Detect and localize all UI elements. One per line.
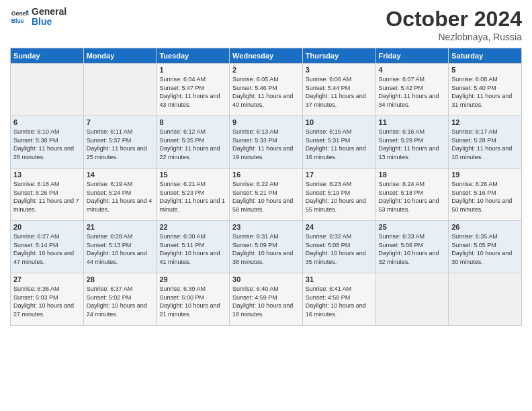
day-number: 22 bbox=[159, 223, 226, 231]
cell-info: Sunrise: 6:15 AM Sunset: 5:31 PM Dayligh… bbox=[306, 128, 373, 161]
day-number: 9 bbox=[232, 118, 300, 126]
calendar-cell: 29Sunrise: 6:39 AM Sunset: 5:00 PM Dayli… bbox=[157, 273, 230, 326]
day-number: 10 bbox=[306, 118, 373, 126]
weekday-header: Tuesday bbox=[157, 48, 230, 64]
calendar-cell: 22Sunrise: 6:30 AM Sunset: 5:11 PM Dayli… bbox=[157, 221, 230, 273]
calendar-cell: 2Sunrise: 6:05 AM Sunset: 5:46 PM Daylig… bbox=[230, 64, 303, 116]
calendar-cell: 31Sunrise: 6:41 AM Sunset: 4:58 PM Dayli… bbox=[302, 273, 375, 326]
day-number: 23 bbox=[232, 223, 300, 231]
day-number: 18 bbox=[379, 171, 446, 179]
cell-info: Sunrise: 6:13 AM Sunset: 5:33 PM Dayligh… bbox=[232, 128, 300, 161]
calendar-cell: 11Sunrise: 6:16 AM Sunset: 5:29 PM Dayli… bbox=[375, 116, 449, 169]
day-number: 27 bbox=[13, 275, 81, 283]
cell-info: Sunrise: 6:06 AM Sunset: 5:44 PM Dayligh… bbox=[306, 75, 373, 109]
cell-info: Sunrise: 6:40 AM Sunset: 4:59 PM Dayligh… bbox=[232, 285, 300, 318]
title-block: October 2024 Nezlobnaya, Russia bbox=[386, 7, 522, 42]
calendar-cell bbox=[11, 64, 84, 116]
calendar-cell: 4Sunrise: 6:07 AM Sunset: 5:42 PM Daylig… bbox=[375, 64, 449, 116]
page-container: General Blue General Blue October 2024 N… bbox=[0, 0, 532, 332]
day-number: 4 bbox=[379, 66, 446, 74]
cell-info: Sunrise: 6:11 AM Sunset: 5:37 PM Dayligh… bbox=[87, 128, 154, 161]
calendar-cell: 24Sunrise: 6:32 AM Sunset: 5:08 PM Dayli… bbox=[302, 221, 375, 273]
calendar-cell: 15Sunrise: 6:21 AM Sunset: 5:23 PM Dayli… bbox=[157, 169, 230, 221]
calendar-cell bbox=[449, 273, 522, 326]
calendar-table: SundayMondayTuesdayWednesdayThursdayFrid… bbox=[10, 48, 522, 326]
calendar-cell: 12Sunrise: 6:17 AM Sunset: 5:28 PM Dayli… bbox=[449, 116, 522, 169]
weekday-header: Wednesday bbox=[230, 48, 303, 64]
calendar-cell: 26Sunrise: 6:35 AM Sunset: 5:05 PM Dayli… bbox=[449, 221, 522, 273]
day-number: 1 bbox=[159, 66, 226, 74]
day-number: 26 bbox=[451, 223, 519, 231]
calendar-cell: 30Sunrise: 6:40 AM Sunset: 4:59 PM Dayli… bbox=[230, 273, 303, 326]
day-number: 31 bbox=[306, 275, 373, 283]
calendar-cell: 16Sunrise: 6:22 AM Sunset: 5:21 PM Dayli… bbox=[230, 169, 303, 221]
weekday-header: Friday bbox=[375, 48, 449, 64]
cell-info: Sunrise: 6:16 AM Sunset: 5:29 PM Dayligh… bbox=[379, 128, 446, 161]
calendar-cell: 21Sunrise: 6:28 AM Sunset: 5:13 PM Dayli… bbox=[83, 221, 157, 273]
day-number: 15 bbox=[159, 171, 226, 179]
cell-info: Sunrise: 6:18 AM Sunset: 5:26 PM Dayligh… bbox=[13, 180, 81, 214]
calendar-cell: 25Sunrise: 6:33 AM Sunset: 5:06 PM Dayli… bbox=[375, 221, 449, 273]
cell-info: Sunrise: 6:26 AM Sunset: 5:16 PM Dayligh… bbox=[451, 180, 519, 214]
cell-info: Sunrise: 6:27 AM Sunset: 5:14 PM Dayligh… bbox=[13, 232, 81, 266]
day-number: 8 bbox=[159, 118, 226, 126]
cell-info: Sunrise: 6:19 AM Sunset: 5:24 PM Dayligh… bbox=[87, 180, 154, 214]
day-number: 2 bbox=[232, 66, 300, 74]
weekday-header: Sunday bbox=[11, 48, 84, 64]
day-number: 29 bbox=[159, 275, 226, 283]
location: Nezlobnaya, Russia bbox=[386, 32, 522, 42]
cell-info: Sunrise: 6:12 AM Sunset: 5:35 PM Dayligh… bbox=[159, 128, 226, 161]
day-number: 12 bbox=[451, 118, 519, 126]
calendar-cell: 6Sunrise: 6:10 AM Sunset: 5:38 PM Daylig… bbox=[11, 116, 84, 169]
day-number: 6 bbox=[13, 118, 81, 126]
day-number: 5 bbox=[451, 66, 519, 74]
cell-info: Sunrise: 6:31 AM Sunset: 5:09 PM Dayligh… bbox=[232, 232, 300, 266]
day-number: 24 bbox=[306, 223, 373, 231]
cell-info: Sunrise: 6:28 AM Sunset: 5:13 PM Dayligh… bbox=[87, 232, 154, 266]
calendar-cell: 18Sunrise: 6:24 AM Sunset: 5:18 PM Dayli… bbox=[375, 169, 449, 221]
calendar-cell: 14Sunrise: 6:19 AM Sunset: 5:24 PM Dayli… bbox=[83, 169, 157, 221]
calendar-cell: 13Sunrise: 6:18 AM Sunset: 5:26 PM Dayli… bbox=[11, 169, 84, 221]
calendar-header-row: SundayMondayTuesdayWednesdayThursdayFrid… bbox=[11, 48, 522, 64]
cell-info: Sunrise: 6:21 AM Sunset: 5:23 PM Dayligh… bbox=[159, 180, 226, 214]
logo-general: General bbox=[32, 7, 66, 17]
cell-info: Sunrise: 6:24 AM Sunset: 5:18 PM Dayligh… bbox=[379, 180, 446, 214]
calendar-cell: 19Sunrise: 6:26 AM Sunset: 5:16 PM Dayli… bbox=[449, 169, 522, 221]
day-number: 20 bbox=[13, 223, 81, 231]
calendar-cell: 5Sunrise: 6:08 AM Sunset: 5:40 PM Daylig… bbox=[449, 64, 522, 116]
weekday-header: Saturday bbox=[449, 48, 522, 64]
calendar-week-row: 6Sunrise: 6:10 AM Sunset: 5:38 PM Daylig… bbox=[11, 116, 522, 169]
cell-info: Sunrise: 6:35 AM Sunset: 5:05 PM Dayligh… bbox=[451, 232, 519, 266]
logo-icon: General Blue bbox=[10, 7, 29, 26]
cell-info: Sunrise: 6:36 AM Sunset: 5:03 PM Dayligh… bbox=[13, 285, 81, 318]
cell-info: Sunrise: 6:05 AM Sunset: 5:46 PM Dayligh… bbox=[232, 75, 300, 109]
calendar-cell: 27Sunrise: 6:36 AM Sunset: 5:03 PM Dayli… bbox=[11, 273, 84, 326]
header: General Blue General Blue October 2024 N… bbox=[10, 7, 522, 42]
day-number: 11 bbox=[379, 118, 446, 126]
day-number: 16 bbox=[232, 171, 300, 179]
cell-info: Sunrise: 6:23 AM Sunset: 5:19 PM Dayligh… bbox=[306, 180, 373, 214]
svg-text:Blue: Blue bbox=[11, 17, 24, 24]
day-number: 25 bbox=[379, 223, 446, 231]
day-number: 3 bbox=[306, 66, 373, 74]
calendar-week-row: 27Sunrise: 6:36 AM Sunset: 5:03 PM Dayli… bbox=[11, 273, 522, 326]
calendar-cell: 28Sunrise: 6:37 AM Sunset: 5:02 PM Dayli… bbox=[83, 273, 157, 326]
cell-info: Sunrise: 6:08 AM Sunset: 5:40 PM Dayligh… bbox=[451, 75, 519, 109]
day-number: 13 bbox=[13, 171, 81, 179]
calendar-cell: 3Sunrise: 6:06 AM Sunset: 5:44 PM Daylig… bbox=[302, 64, 375, 116]
calendar-cell: 1Sunrise: 6:04 AM Sunset: 5:47 PM Daylig… bbox=[157, 64, 230, 116]
day-number: 17 bbox=[306, 171, 373, 179]
cell-info: Sunrise: 6:39 AM Sunset: 5:00 PM Dayligh… bbox=[159, 285, 226, 318]
day-number: 14 bbox=[87, 171, 154, 179]
calendar-cell: 10Sunrise: 6:15 AM Sunset: 5:31 PM Dayli… bbox=[302, 116, 375, 169]
day-number: 30 bbox=[232, 275, 300, 283]
day-number: 19 bbox=[451, 171, 519, 179]
day-number: 28 bbox=[87, 275, 154, 283]
calendar-cell: 7Sunrise: 6:11 AM Sunset: 5:37 PM Daylig… bbox=[83, 116, 157, 169]
cell-info: Sunrise: 6:30 AM Sunset: 5:11 PM Dayligh… bbox=[159, 232, 226, 266]
cell-info: Sunrise: 6:32 AM Sunset: 5:08 PM Dayligh… bbox=[306, 232, 373, 266]
cell-info: Sunrise: 6:37 AM Sunset: 5:02 PM Dayligh… bbox=[87, 285, 154, 318]
weekday-header: Thursday bbox=[302, 48, 375, 64]
calendar-cell: 20Sunrise: 6:27 AM Sunset: 5:14 PM Dayli… bbox=[11, 221, 84, 273]
calendar-cell: 9Sunrise: 6:13 AM Sunset: 5:33 PM Daylig… bbox=[230, 116, 303, 169]
